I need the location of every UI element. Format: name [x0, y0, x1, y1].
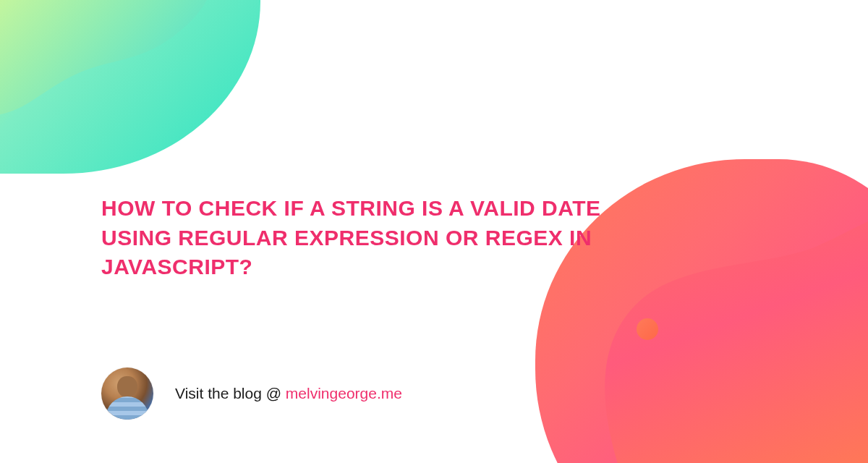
- avatar: [101, 368, 153, 420]
- visit-prefix: Visit the blog @: [175, 385, 286, 402]
- footer-row: Visit the blog @ melvingeorge.me: [101, 368, 402, 420]
- decorative-dot: [637, 318, 658, 340]
- blog-link[interactable]: melvingeorge.me: [286, 385, 402, 402]
- decorative-blob-top-left: [0, 0, 260, 174]
- visit-blog-text: Visit the blog @ melvingeorge.me: [175, 385, 402, 402]
- page-title: HOW TO CHECK IF A STRING IS A VALID DATE…: [101, 194, 608, 282]
